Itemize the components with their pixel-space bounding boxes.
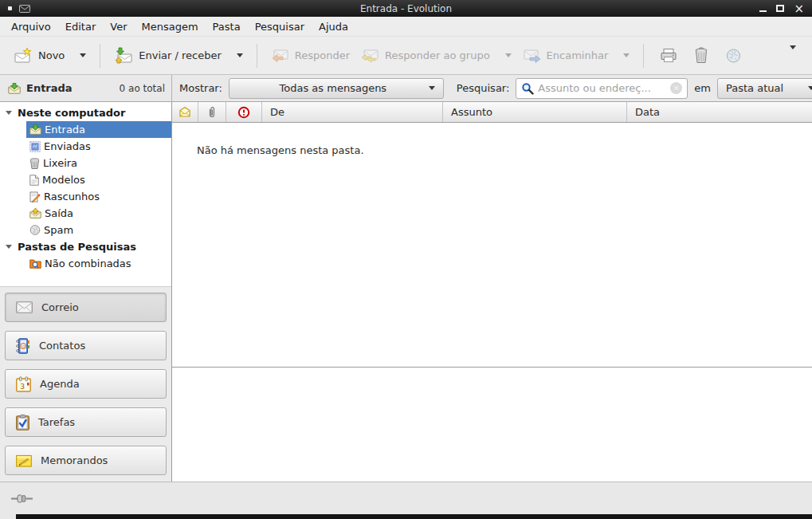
sidebar-folder-entrada[interactable]: Entrada (0, 121, 171, 138)
switcher-label: Tarefas (38, 416, 75, 428)
clear-icon[interactable]: ✕ (670, 82, 682, 94)
switcher-agenda-button[interactable]: 3 Agenda (5, 369, 167, 399)
toolbar-overflow-button[interactable] (782, 45, 804, 66)
sidebar-folder-lixeira[interactable]: Lixeira (0, 155, 171, 171)
reply-icon (271, 48, 289, 63)
column-attachment[interactable] (198, 102, 226, 122)
forward-button[interactable]: Encaminhar (517, 43, 636, 68)
menu-arquivo[interactable]: Arquivo (4, 18, 58, 35)
switcher-contatos-button[interactable]: @ Contatos (5, 331, 167, 360)
app-menu-dot-icon[interactable] (8, 6, 12, 10)
maximize-icon[interactable] (776, 5, 784, 12)
column-status[interactable] (172, 102, 198, 122)
reply-group-icon (361, 48, 379, 63)
send-receive-icon (114, 47, 133, 64)
filter-bar: Entrada 0 ao total Mostrar: Todas as men… (0, 75, 812, 102)
reply-button[interactable]: Responder (265, 43, 355, 68)
folder-label: Lixeira (43, 157, 77, 169)
tree-group-label: Neste computador (18, 107, 125, 119)
menu-pasta[interactable]: Pasta (206, 18, 248, 35)
minimize-icon[interactable] (759, 10, 767, 12)
folder-label: Não combinadas (45, 258, 131, 269)
reply-group-label: Responder ao grupo (385, 49, 490, 61)
window-title: Entrada - Evolution (104, 3, 708, 14)
evolution-window: Entrada - Evolution × Arquivo Editar Ver… (0, 0, 812, 519)
online-plug-icon[interactable] (10, 493, 34, 505)
column-assunto[interactable]: Assunto (443, 102, 627, 122)
chevron-down-icon[interactable] (505, 53, 512, 57)
menubar: Arquivo Editar Ver Mensagem Pasta Pesqui… (0, 17, 812, 37)
inbox-icon (29, 124, 41, 135)
tree-group-neste-computador[interactable]: Neste computador (0, 104, 171, 121)
sidebar-folder-spam[interactable]: Spam (0, 222, 171, 238)
sidebar-folder-nao-combinadas[interactable]: Não combinadas (0, 255, 171, 272)
toolbar-separator (257, 44, 257, 68)
message-list[interactable]: Não há mensagens nesta pasta. (172, 123, 812, 367)
em-label: em (694, 82, 711, 94)
switcher-label: Agenda (40, 378, 80, 390)
chevron-down-icon (808, 86, 812, 90)
titlebar-left (0, 5, 104, 13)
svg-text:@: @ (21, 343, 26, 349)
switcher-correio-button[interactable]: Correio (5, 293, 167, 322)
sidebar-folder-enviadas[interactable]: Enviadas (0, 138, 171, 155)
sidebar-folder-rascunhos[interactable]: Rascunhos (0, 188, 171, 205)
trash-icon (692, 47, 710, 64)
toolbar: Novo Enviar / receber Responder Responde… (0, 37, 812, 75)
menu-ver[interactable]: Ver (103, 18, 134, 35)
search-folder-icon (29, 258, 41, 269)
reply-label: Responder (295, 49, 350, 61)
expander-triangle-icon[interactable] (6, 245, 12, 249)
switcher-memorandos-button[interactable]: Memorandos (5, 446, 167, 475)
folder-label: Modelos (42, 174, 85, 186)
close-icon[interactable]: × (794, 5, 804, 13)
print-button[interactable] (652, 42, 685, 69)
sidebar-folder-modelos[interactable]: Modelos (0, 171, 171, 188)
switcher-tarefas-button[interactable]: Tarefas (5, 407, 167, 437)
tree-group-pastas-de-pesquisas[interactable]: Pastas de Pesquisas (0, 238, 171, 255)
preview-pane[interactable] (172, 368, 812, 482)
menu-pesquisar[interactable]: Pesquisar (248, 18, 312, 35)
new-message-button[interactable]: Novo (8, 42, 92, 69)
new-message-icon (14, 47, 33, 64)
expander-triangle-icon[interactable] (6, 111, 12, 115)
menu-ajuda[interactable]: Ajuda (312, 18, 355, 35)
contacts-icon: @ (16, 338, 30, 354)
calendar-icon: 3 (16, 376, 31, 392)
column-data[interactable]: Data (627, 102, 812, 122)
evolution-envelope-icon (19, 5, 30, 13)
trash-icon (29, 158, 40, 169)
chevron-down-icon[interactable] (623, 53, 630, 57)
column-priority[interactable] (226, 102, 262, 122)
delete-button[interactable] (685, 42, 717, 69)
junk-button[interactable] (717, 42, 750, 69)
search-scope-value: Pasta atual (726, 82, 783, 94)
junk-icon (29, 225, 41, 235)
sidebar-folder-saida[interactable]: Saída (0, 205, 171, 222)
folder-label: Rascunhos (44, 191, 100, 202)
menu-editar[interactable]: Editar (58, 18, 104, 35)
column-de[interactable]: De (262, 102, 443, 122)
send-receive-label: Enviar / receber (139, 49, 222, 61)
send-receive-button[interactable]: Enviar / receber (108, 42, 249, 69)
folder-tree: Neste computador Entrada Enviadas (0, 102, 171, 286)
column-label: Assunto (451, 106, 492, 118)
message-filter-dropdown[interactable]: Todas as mensagens (229, 78, 444, 99)
menu-mensagem[interactable]: Mensagem (135, 18, 206, 35)
message-area: De Assunto Data Não há mensagens nesta p… (172, 102, 812, 482)
switcher-label: Memorandos (41, 454, 108, 466)
outbox-icon (29, 208, 41, 218)
sent-icon (29, 141, 41, 152)
status-bar (0, 482, 812, 514)
mostrar-label: Mostrar: (179, 82, 222, 94)
column-label: Data (635, 106, 660, 118)
chevron-down-icon (429, 86, 435, 90)
chevron-down-icon[interactable] (237, 53, 243, 57)
search-scope-dropdown[interactable]: Pasta atual (717, 78, 812, 99)
chevron-down-icon[interactable] (80, 53, 86, 57)
reply-group-button[interactable]: Responder ao grupo (355, 43, 517, 68)
tasks-icon (16, 415, 29, 431)
search-input[interactable] (538, 82, 666, 94)
folder-sidebar: Neste computador Entrada Enviadas (0, 102, 172, 482)
search-box[interactable]: ✕ (516, 78, 688, 99)
